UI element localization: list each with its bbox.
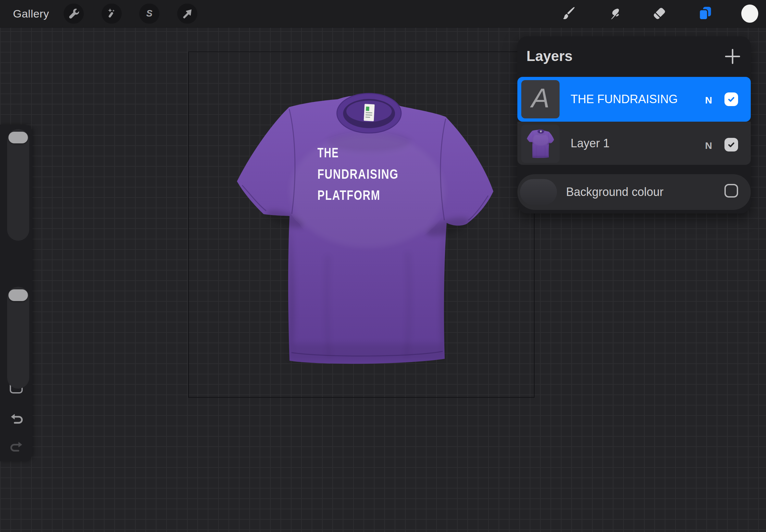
undo-button[interactable] (9, 411, 24, 426)
visibility-checkbox-checked[interactable] (724, 92, 738, 106)
layer-thumbnail-text: A (521, 80, 560, 118)
svg-text:S: S (146, 8, 152, 18)
actions-button[interactable] (64, 4, 84, 24)
opacity-slider-handle[interactable] (8, 289, 28, 301)
selection-button[interactable]: S (139, 4, 159, 24)
procreate-app: { "toolbar": { "gallery_label": "Gallery… (0, 0, 766, 532)
layers-title: Layers (527, 48, 573, 64)
canvas[interactable]: THE FUNDRAISING PLATFORM (188, 52, 535, 398)
tshirt-text-line3: PLATFORM (317, 187, 380, 203)
brush-tool-button[interactable] (559, 4, 579, 24)
eraser-icon (651, 6, 667, 22)
gallery-button[interactable]: Gallery (13, 0, 49, 27)
checkmark-icon (727, 140, 736, 149)
layer-row-the-fundraising[interactable]: A THE FUNDRAISING (517, 77, 751, 122)
layers-panel-header: Layers (517, 36, 751, 77)
smudge-finger-icon (606, 6, 622, 22)
layer-name: THE FUNDRAISING (571, 77, 678, 122)
color-tool-button[interactable] (740, 4, 760, 24)
paint-brush-icon (561, 6, 577, 22)
undo-arrow-icon (9, 411, 24, 426)
color-swatch-circle (740, 4, 760, 24)
visibility-checkbox-unchecked[interactable] (724, 184, 738, 198)
layer-row-layer-1[interactable]: Layer 1 (517, 122, 751, 165)
tshirt-text-line2: FUNDRAISING (317, 166, 399, 182)
smudge-tool-button[interactable] (604, 4, 624, 24)
eraser-tool-button[interactable] (649, 4, 669, 24)
layers-icon (696, 5, 713, 22)
sidebar (0, 125, 32, 461)
layer-row-background-colour[interactable]: Background colour (517, 174, 751, 210)
magic-wand-icon (105, 7, 118, 20)
layer-thumbnail-tshirt (521, 125, 560, 163)
blend-mode-badge[interactable]: N (702, 140, 715, 151)
checkmark-icon (727, 95, 736, 103)
transform-button[interactable] (177, 4, 197, 24)
tshirt-text-line1: THE (317, 145, 339, 160)
add-layer-button[interactable] (725, 49, 740, 64)
redo-arrow-icon (9, 439, 24, 453)
selection-s-icon: S (143, 7, 156, 20)
tshirt-artwork: THE FUNDRAISING PLATFORM (188, 52, 535, 398)
layers-panel: Layers A THE FUNDRAISING Layer 1 Backgro… (517, 36, 751, 213)
brush-size-slider-handle[interactable] (8, 132, 28, 143)
redo-button[interactable] (9, 439, 24, 453)
background-colour-swatch (520, 179, 557, 205)
layer-name: Background colour (566, 174, 663, 210)
visibility-checkbox-checked[interactable] (724, 138, 738, 151)
blend-mode-badge[interactable]: N (702, 95, 715, 106)
layers-tool-button[interactable] (695, 4, 715, 24)
brush-size-slider[interactable] (7, 129, 29, 241)
opacity-slider[interactable] (7, 287, 29, 389)
top-toolbar: Gallery S (0, 0, 766, 28)
adjustments-button[interactable] (102, 4, 122, 24)
plus-icon (725, 49, 740, 64)
layer-name: Layer 1 (571, 122, 610, 165)
wrench-icon (67, 7, 80, 20)
transform-arrow-icon (181, 7, 194, 20)
